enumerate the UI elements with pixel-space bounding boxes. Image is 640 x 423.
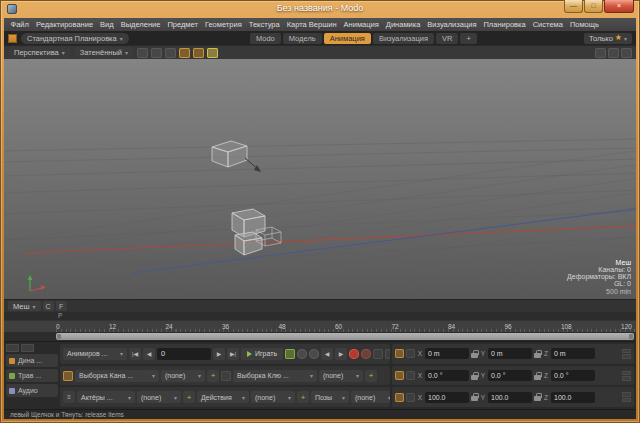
channel-options-icon[interactable] xyxy=(622,371,631,376)
rotation-x-field[interactable]: 0.0 ° xyxy=(425,370,469,381)
timeline-c-button[interactable]: C xyxy=(43,301,54,311)
panel-tab-audio[interactable]: Аудио xyxy=(6,384,58,397)
channel-options-icon[interactable] xyxy=(622,349,631,354)
channel-reset-icon[interactable] xyxy=(622,376,631,381)
cursor-icon[interactable] xyxy=(406,349,415,358)
channel-reset-icon[interactable] xyxy=(622,354,631,359)
position-x-field[interactable]: 0 m xyxy=(425,348,469,359)
timeline-f-button[interactable]: F xyxy=(56,301,67,311)
rotation-y-field[interactable]: 0.0 ° xyxy=(488,370,532,381)
auto-key-icon[interactable] xyxy=(361,349,371,359)
position-z-field[interactable]: 0 m xyxy=(551,348,595,359)
layout-tab[interactable]: Визуализация xyxy=(373,33,434,44)
poses-dropdown[interactable]: Позы ▾ xyxy=(311,391,349,403)
next-frame-button[interactable]: ▶ xyxy=(213,348,225,360)
ghost-mode-icon[interactable] xyxy=(207,48,218,58)
play-button[interactable]: Играть xyxy=(241,348,283,360)
layout-tab[interactable]: + xyxy=(460,33,476,44)
menu-item[interactable]: Предмет xyxy=(164,18,201,31)
key-icon[interactable] xyxy=(63,371,73,381)
single-view-icon[interactable] xyxy=(137,48,148,58)
pingpong-icon[interactable] xyxy=(309,349,319,359)
channel-options-icon[interactable] xyxy=(622,392,631,397)
maximize-button[interactable]: □ xyxy=(584,0,603,13)
layout-tab[interactable]: Modo xyxy=(250,33,281,44)
previous-frame-button[interactable]: ◀ xyxy=(143,348,155,360)
actors-dropdown[interactable]: Актёры ... ▾ xyxy=(77,391,135,403)
key-set-dropdown[interactable]: Выборка Клю ... ▾ xyxy=(233,370,317,382)
loop-icon[interactable] xyxy=(297,349,307,359)
menu-item[interactable]: Анимация xyxy=(340,18,382,31)
go-to-end-button[interactable]: ▶| xyxy=(227,348,239,360)
go-to-start-button[interactable]: |◀ xyxy=(129,348,141,360)
poses-value-dropdown[interactable]: (none) ▾ xyxy=(351,391,390,403)
key-icon[interactable] xyxy=(395,393,404,402)
menu-item[interactable]: Текстура xyxy=(245,18,283,31)
panel-options-icon[interactable] xyxy=(21,344,34,352)
actors-value-dropdown[interactable]: (none) ▾ xyxy=(137,391,181,403)
key-icon[interactable] xyxy=(395,371,404,380)
add-actor-button[interactable]: + xyxy=(183,391,195,403)
lock-icon[interactable] xyxy=(534,372,541,380)
cursor-icon[interactable] xyxy=(406,371,415,380)
panel-layout-icon[interactable] xyxy=(6,344,19,352)
menu-item[interactable]: Помощь xyxy=(566,18,602,31)
pan-view-icon[interactable] xyxy=(608,48,619,58)
shading-mode-dropdown[interactable]: Затенённый ▾ xyxy=(74,47,134,58)
previous-key-button[interactable]: ◀ xyxy=(321,348,333,360)
list-icon[interactable]: ≡ xyxy=(63,391,75,403)
quad-view-icon[interactable] xyxy=(151,48,162,58)
add-key-set-button[interactable]: + xyxy=(365,370,377,382)
timeline-scrollbar[interactable] xyxy=(56,333,634,340)
favorites-filter-button[interactable]: Только ★ ▾ xyxy=(584,33,632,44)
panel-tab-dynamics[interactable]: Дина ... xyxy=(6,354,58,367)
lock-icon[interactable] xyxy=(471,350,478,358)
menu-item[interactable]: Визуализация xyxy=(424,18,480,31)
lock-icon[interactable] xyxy=(471,372,478,380)
current-frame-field[interactable]: 0 xyxy=(157,348,211,360)
position-y-field[interactable]: 0 m xyxy=(488,348,532,359)
scale-x-field[interactable]: 100.0 xyxy=(425,392,469,403)
scale-y-field[interactable]: 100.0 xyxy=(488,392,532,403)
zoom-view-icon[interactable] xyxy=(621,48,632,58)
transport-options-icon[interactable] xyxy=(373,349,383,359)
record-icon[interactable] xyxy=(349,349,359,359)
link-icon[interactable] xyxy=(285,349,295,359)
next-key-button[interactable]: ▶ xyxy=(335,348,347,360)
rotate-view-icon[interactable] xyxy=(595,48,606,58)
actions-value-dropdown[interactable]: (none) ▾ xyxy=(251,391,295,403)
channel-set-dropdown[interactable]: Выборка Кана ... ▾ xyxy=(75,370,159,382)
item-visibility-icon[interactable] xyxy=(179,48,190,58)
menu-item[interactable]: Карта Вершин xyxy=(283,18,340,31)
menu-item[interactable]: Геометрия xyxy=(201,18,245,31)
menu-item[interactable]: Динамика xyxy=(382,18,424,31)
add-action-button[interactable]: + xyxy=(297,391,309,403)
menu-item[interactable]: Редактирование xyxy=(32,18,96,31)
rotation-z-field[interactable]: 0.0 ° xyxy=(551,370,595,381)
titlebar[interactable]: Без названия - Modo — □ × xyxy=(0,0,640,18)
lock-icon[interactable] xyxy=(193,48,204,58)
menu-item[interactable]: Система xyxy=(529,18,566,31)
panel-tab-graph[interactable]: Трав ... xyxy=(6,369,58,382)
channel-set-value-dropdown[interactable]: (none) ▾ xyxy=(161,370,205,382)
anim-mode-dropdown[interactable]: Анимиров ... ▾ xyxy=(63,348,127,360)
timeline-ruler[interactable]: 01224364860728496108120 xyxy=(4,320,636,332)
menu-item[interactable]: Файл xyxy=(7,18,32,31)
lock-icon[interactable] xyxy=(471,393,478,401)
menu-item[interactable]: Выделение xyxy=(117,18,164,31)
channel-list-icon[interactable] xyxy=(221,371,231,381)
lock-icon[interactable] xyxy=(534,350,541,358)
viewport-3d[interactable]: МешКаналы: 0Деформаторы: ВКЛGL: 0500 min xyxy=(4,59,636,299)
channel-reset-icon[interactable] xyxy=(622,398,631,403)
close-button[interactable]: × xyxy=(604,0,634,13)
menu-item[interactable]: Вид xyxy=(97,18,118,31)
minimize-button[interactable]: — xyxy=(564,0,583,13)
layout-tab[interactable]: Анимация xyxy=(324,33,371,44)
add-channel-set-button[interactable]: + xyxy=(207,370,219,382)
timeline-track-dropdown[interactable]: Меш ▾ xyxy=(8,301,41,311)
cursor-icon[interactable] xyxy=(406,393,415,402)
actions-dropdown[interactable]: Действия ▾ xyxy=(197,391,249,403)
layout-preset-dropdown[interactable]: Стандартная Планировка ▾ xyxy=(21,33,129,44)
lock-icon[interactable] xyxy=(534,393,541,401)
menu-item[interactable]: Планировка xyxy=(480,18,529,31)
